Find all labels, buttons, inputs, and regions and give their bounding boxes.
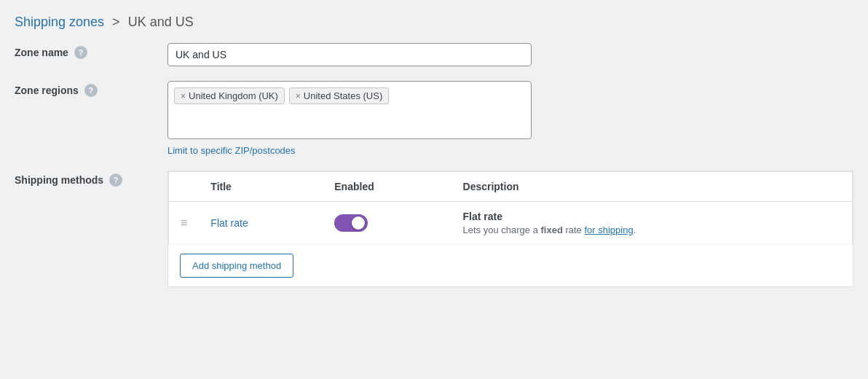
breadcrumb-separator: > — [112, 15, 120, 29]
desc-middle: rate — [563, 224, 585, 235]
col-enabled-header: Enabled — [323, 172, 451, 202]
drag-cell: ≡ — [169, 202, 200, 245]
tags-row: × United Kingdom (UK) × United States (U… — [174, 87, 525, 104]
zone-name-label: Zone name — [15, 47, 68, 58]
tag-us: × United States (US) — [289, 87, 389, 104]
toggle-slider — [334, 214, 368, 232]
table-row: ≡ Flat rate — [169, 202, 853, 245]
desc-fixed: fixed — [540, 224, 562, 235]
method-description-cell: Flat rate Lets you charge a fixed rate f… — [451, 202, 853, 245]
flat-rate-link[interactable]: Flat rate — [210, 217, 248, 229]
breadcrumb: Shipping zones > UK and US — [15, 15, 853, 30]
table-header-row: Title Enabled Description — [169, 172, 853, 202]
desc-prefix: Lets you charge a — [463, 224, 541, 235]
zone-regions-content: × United Kingdom (UK) × United States (U… — [167, 81, 853, 156]
shipping-methods-content: Title Enabled Description ≡ Flat rate — [167, 171, 853, 287]
zone-name-content — [167, 43, 853, 66]
desc-suffix: . — [634, 224, 636, 235]
method-description: Lets you charge a fixed rate for shippin… — [463, 224, 840, 235]
zone-regions-box[interactable]: × United Kingdom (UK) × United States (U… — [167, 81, 532, 139]
shipping-methods-container: Title Enabled Description ≡ Flat rate — [167, 171, 853, 287]
tag-remove-uk[interactable]: × — [181, 92, 186, 101]
zone-name-input[interactable] — [167, 43, 532, 66]
col-title-header: Title — [199, 172, 323, 202]
shipping-methods-help-icon[interactable]: ? — [109, 173, 122, 187]
zone-name-help-icon[interactable]: ? — [74, 46, 87, 59]
add-shipping-method-button[interactable]: Add shipping method — [180, 254, 293, 278]
zone-regions-label: Zone regions — [15, 85, 79, 96]
limit-postcodes-link[interactable]: Limit to specific ZIP/postcodes — [167, 145, 296, 156]
toggle-wrap — [334, 214, 439, 232]
zone-name-row: Zone name ? — [15, 43, 853, 66]
shipping-methods-label: Shipping methods — [15, 174, 103, 186]
breadcrumb-current: UK and US — [128, 15, 194, 29]
tag-uk: × United Kingdom (UK) — [174, 87, 285, 104]
method-name: Flat rate — [463, 211, 840, 222]
tag-remove-us[interactable]: × — [296, 92, 301, 101]
shipping-methods-label-cell: Shipping methods ? — [15, 171, 167, 187]
tag-label-uk: United Kingdom (UK) — [189, 90, 278, 101]
zone-regions-row: Zone regions ? × United Kingdom (UK) × U… — [15, 81, 853, 156]
zone-name-label-cell: Zone name ? — [15, 43, 167, 59]
method-title-cell: Flat rate — [199, 202, 323, 245]
shipping-methods-row: Shipping methods ? Title Enabled Descrip… — [15, 171, 853, 287]
enabled-toggle[interactable] — [334, 214, 368, 232]
zone-regions-label-cell: Zone regions ? — [15, 81, 167, 97]
drag-handle-icon[interactable]: ≡ — [181, 216, 187, 229]
shipping-zones-link[interactable]: Shipping zones — [15, 15, 104, 29]
shipping-methods-table: Title Enabled Description ≡ Flat rate — [168, 171, 853, 245]
col-drag — [169, 172, 200, 202]
tag-label-us: United States (US) — [304, 90, 382, 101]
desc-link[interactable]: for shipping — [584, 224, 633, 235]
method-enabled-cell — [323, 202, 451, 245]
zone-regions-help-icon[interactable]: ? — [84, 84, 98, 97]
col-description-header: Description — [451, 172, 853, 202]
